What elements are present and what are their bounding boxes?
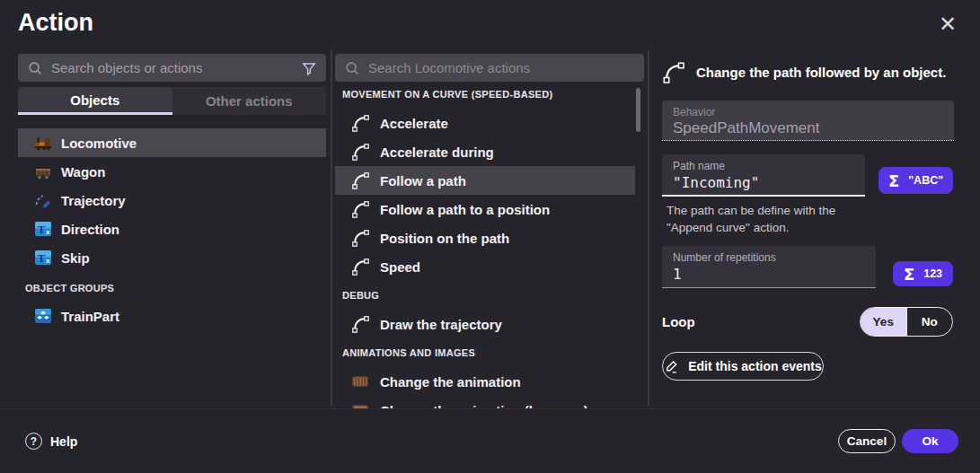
trajectory-pen-icon [34, 191, 52, 209]
repetitions-label: Number of repetitions [673, 251, 865, 264]
text-object-icon: Tx [34, 249, 52, 267]
actions-search-input[interactable] [368, 60, 635, 75]
help-icon: ? [25, 433, 42, 450]
action-item-follow-a-path[interactable]: Follow a path [335, 166, 635, 195]
list-item-locomotive[interactable]: Locomotive [18, 128, 326, 157]
actions-panel: MOVEMENT ON A CURVE (SPEED-BASED) Accele… [335, 49, 644, 408]
list-item-label: Direction [61, 222, 119, 237]
dialog-body: Objects Other actions Locomotive Wagon T… [0, 49, 980, 408]
action-detail-panel: Change the path followed by an object. B… [662, 49, 954, 408]
film-icon [351, 401, 369, 408]
object-groups-header: OBJECT GROUPS [18, 278, 326, 298]
help-button[interactable]: ? Help [25, 433, 77, 450]
action-description: Change the path followed by an object. [696, 65, 946, 80]
wagon-sprite-icon [34, 162, 52, 180]
tab-objects-label: Objects [70, 92, 119, 108]
svg-text:T: T [38, 223, 46, 236]
locomotive-sprite-icon [34, 134, 52, 152]
list-item-trainpart[interactable]: TrainPart [18, 302, 326, 330]
page-title: Action [18, 9, 93, 37]
curve-path-icon [351, 143, 369, 161]
loop-toggle: Yes No [860, 307, 953, 337]
path-name-label: Path name [673, 160, 854, 172]
path-name-field[interactable]: Path name "Incoming" [662, 154, 865, 197]
dialog-footer: ? Help Cancel Ok [0, 408, 980, 473]
actions-search-box[interactable] [335, 54, 644, 82]
action-description-header: Change the path followed by an object. [662, 59, 946, 84]
ok-button[interactable]: Ok [902, 429, 958, 453]
loop-yes-button[interactable]: Yes [861, 308, 906, 336]
list-item-label: Wagon [61, 164, 105, 180]
list-item-label: Locomotive [61, 136, 137, 151]
list-item-trajectory[interactable]: Trajectory [18, 186, 326, 215]
curve-path-icon [351, 315, 369, 333]
loop-yes-label: Yes [873, 315, 894, 328]
search-icon [344, 60, 360, 76]
repetitions-field[interactable]: Number of repetitions 1 [662, 246, 876, 288]
curve-path-icon [351, 258, 369, 276]
helper-line-2: "Append curve" action. [667, 219, 835, 236]
list-item-wagon[interactable]: Wagon [18, 157, 326, 186]
section-header: ANIMATIONS AND IMAGES [335, 338, 644, 367]
objects-list: Locomotive Wagon Trajectory Tx Direction… [18, 128, 326, 330]
number-expression-button[interactable]: Σ 123 [893, 261, 953, 286]
curve-path-icon [351, 114, 369, 132]
loop-no-button[interactable]: No [906, 308, 953, 336]
svg-text:x: x [46, 228, 50, 236]
action-item-follow-a-path-to-position[interactable]: Follow a path to a position [335, 195, 635, 223]
section-header: MOVEMENT ON A CURVE (SPEED-BASED) [335, 80, 644, 109]
scrollbar[interactable] [636, 88, 640, 132]
behavior-label: Behavior [673, 106, 943, 118]
action-item-partial[interactable]: Change the animation (by name) [335, 396, 635, 408]
list-item-label: Skip [61, 250, 90, 266]
action-item-accelerate[interactable]: Accelerate [335, 109, 635, 137]
abc-tag: "ABC" [908, 174, 943, 187]
edit-action-events-button[interactable]: Edit this action events [662, 352, 824, 381]
svg-text:T: T [38, 251, 46, 265]
panel-divider [648, 49, 649, 406]
string-expression-button[interactable]: Σ "ABC" [878, 167, 953, 194]
action-item-label: Follow a path [380, 173, 466, 188]
objects-panel: Objects Other actions Locomotive Wagon T… [18, 49, 326, 408]
help-label: Help [50, 434, 77, 449]
close-icon[interactable]: ✕ [935, 12, 960, 37]
list-item-direction[interactable]: Tx Direction [18, 215, 326, 243]
action-item-label: Draw the trajectory [380, 317, 502, 332]
objects-tabbar: Objects Other actions [18, 87, 326, 115]
path-helper-text: The path can be define with the "Append … [667, 202, 835, 236]
helper-line-1: The path can be define with the [667, 202, 835, 219]
action-item-draw-trajectory[interactable]: Draw the trajectory [335, 310, 635, 338]
list-item-label: TrainPart [61, 309, 119, 324]
tab-objects[interactable]: Objects [18, 87, 172, 115]
action-item-accelerate-during[interactable]: Accelerate during [335, 137, 635, 166]
action-item-label: Change the animation [380, 374, 521, 390]
filter-icon[interactable] [301, 60, 317, 76]
text-object-icon: Tx [34, 220, 52, 238]
loop-row: Loop Yes No [662, 307, 954, 337]
sigma-icon: Σ [904, 265, 914, 284]
list-item-label: Trajectory [61, 193, 126, 208]
section-header: DEBUG [335, 281, 644, 310]
pencil-icon [664, 359, 679, 374]
action-item-label: Speed [380, 259, 420, 275]
loop-label: Loop [662, 314, 695, 329]
tab-other-actions-label: Other actions [206, 93, 293, 109]
action-item-speed[interactable]: Speed [335, 252, 635, 281]
curve-path-icon [351, 229, 369, 247]
curve-path-icon [351, 200, 369, 218]
cancel-button[interactable]: Cancel [838, 429, 896, 453]
sigma-icon: Σ [888, 171, 899, 190]
objects-search-input[interactable] [51, 60, 293, 75]
action-item-position-on-path[interactable]: Position on the path [335, 223, 635, 252]
action-item-change-animation[interactable]: Change the animation [335, 367, 635, 396]
repetitions-value: 1 [673, 266, 865, 283]
action-item-label: Follow a path to a position [380, 202, 550, 217]
tab-other-actions[interactable]: Other actions [172, 87, 327, 115]
panel-divider [331, 49, 332, 406]
behavior-select[interactable]: Behavior SpeedPathMovement [662, 101, 954, 141]
action-item-label: Accelerate during [380, 145, 494, 160]
list-item-skip[interactable]: Tx Skip [18, 243, 326, 272]
edit-action-events-label: Edit this action events [688, 359, 822, 373]
objects-search-box[interactable] [18, 54, 326, 82]
actions-list: MOVEMENT ON A CURVE (SPEED-BASED) Accele… [335, 80, 644, 408]
